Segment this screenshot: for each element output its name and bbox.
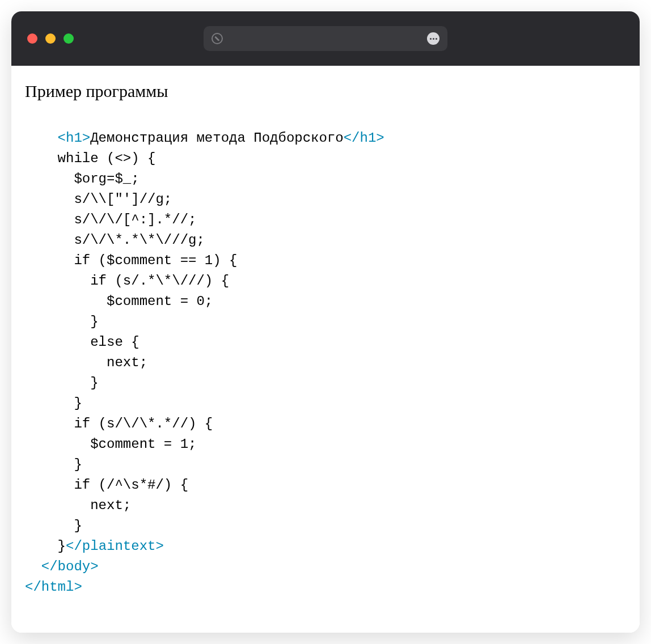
compass-icon — [212, 33, 223, 44]
code-line: if ($comment == 1) { — [25, 251, 626, 271]
code-text: } — [25, 539, 66, 554]
code-line: next; — [25, 495, 626, 516]
html-tag: </h1> — [344, 130, 384, 146]
code-line: </body> — [25, 557, 626, 577]
close-window-button[interactable] — [27, 33, 37, 44]
h1-text: Демонстрация метода Подборского — [90, 130, 343, 146]
code-line: } — [25, 373, 626, 393]
window-controls — [27, 33, 74, 44]
more-icon[interactable] — [427, 32, 439, 45]
code-line: $org=$_; — [25, 169, 626, 189]
titlebar — [11, 11, 640, 66]
code-line: while (<>) { — [25, 149, 626, 169]
code-line: if (s/\/\*.*//) { — [25, 414, 626, 434]
code-line: </html> — [25, 577, 626, 598]
code-line: s/\\["']//g; — [25, 189, 626, 210]
code-line: $comment = 0; — [25, 291, 626, 312]
address-bar[interactable] — [204, 26, 447, 51]
code-line: } — [25, 312, 626, 332]
browser-window: Пример программы <h1>Демонстрация метода… — [11, 11, 640, 633]
code-line: $comment = 1; — [25, 434, 626, 455]
code-line: } — [25, 393, 626, 414]
code-line: } — [25, 455, 626, 475]
code-line: <h1>Демонстрация метода Подборского</h1> — [25, 128, 626, 149]
code-line: if (s/.*\*\///) { — [25, 271, 626, 291]
page-content: Пример программы <h1>Демонстрация метода… — [11, 66, 640, 633]
maximize-window-button[interactable] — [64, 33, 74, 44]
code-block: <h1>Демонстрация метода Подборского</h1>… — [25, 128, 626, 598]
code-line: if (/^\s*#/) { — [25, 475, 626, 495]
code-line: } — [25, 516, 626, 536]
code-line: next; — [25, 353, 626, 373]
code-line: s/\/\*.*\*\///g; — [25, 230, 626, 251]
page-title: Пример программы — [25, 82, 626, 101]
code-line: s/\/\/[^:].*//; — [25, 210, 626, 230]
code-line: else { — [25, 332, 626, 353]
minimize-window-button[interactable] — [45, 33, 56, 44]
html-tag: <h1> — [58, 130, 91, 146]
code-line: }</plaintext> — [25, 536, 626, 557]
html-tag: </plaintext> — [66, 539, 164, 554]
